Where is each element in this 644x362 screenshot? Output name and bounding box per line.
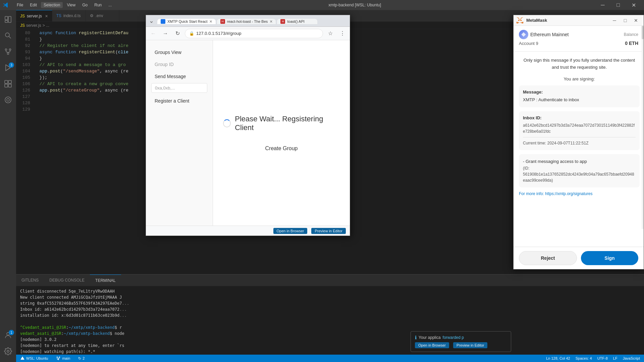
metamask-minimize-button[interactable]: ─: [609, 17, 620, 24]
metamask-reject-button[interactable]: Reject: [519, 251, 577, 265]
metamask-network: Ethereum Mainnet: [519, 30, 569, 39]
browser-forward-button[interactable]: →: [161, 29, 170, 38]
metamask-balance: 0 ETH: [625, 41, 638, 46]
svg-point-14: [5, 97, 11, 103]
svg-marker-30: [521, 32, 526, 37]
tab-label-server-js: server.js: [27, 14, 42, 18]
status-sync-icon: ↻: [78, 356, 81, 361]
menu-view[interactable]: View: [64, 2, 78, 8]
vscode-icon: [3, 2, 9, 8]
notification-open-browser[interactable]: Open in Browser: [415, 342, 449, 348]
sidebar-item-settings[interactable]: [0, 343, 16, 359]
metamask-scrollbar[interactable]: [642, 26, 644, 229]
status-encoding[interactable]: UTF-8: [596, 356, 609, 360]
panel-tab-debug-console[interactable]: DEBUG CONSOLE: [44, 275, 90, 286]
metamask-icon: [516, 17, 524, 24]
terminal-line: Client disconnected 5qe_7eL1tryVRwODAAH: [20, 288, 640, 294]
browser-nav: ← → ↻ 🔒 127.0.0.1:5173/#/group ☆ ⋮: [146, 27, 350, 40]
sidebar-addresses-input[interactable]: 0xa,0xb,...: [151, 83, 207, 93]
menu-go[interactable]: Go: [79, 2, 90, 8]
minimize-button[interactable]: ─: [595, 0, 610, 10]
browser-tab-hot-toast-close[interactable]: ×: [270, 19, 272, 24]
sidebar-item-explorer[interactable]: [0, 11, 16, 27]
browser-back-button[interactable]: ←: [149, 29, 158, 38]
browser-menu-button[interactable]: ⋮: [338, 29, 347, 38]
browser-tab-menu-btn[interactable]: ⌄: [146, 17, 157, 24]
preview-in-editor-button[interactable]: Preview in Editor: [311, 228, 346, 234]
terminal-line: [nodemon] to restart at any time, enter …: [20, 343, 640, 349]
sidebar-item-accounts[interactable]: 1: [0, 327, 16, 343]
notification-link[interactable]: forwarded p: [443, 335, 464, 340]
sidebar-register-client[interactable]: Register a Client: [151, 96, 207, 106]
browser-tab-toast-api[interactable]: H toast() API: [277, 19, 317, 24]
address-bar[interactable]: 🔒 127.0.0.1:5173/#/group: [185, 29, 323, 38]
metamask-scrollbar-thumb[interactable]: [642, 26, 644, 39]
sidebar-item-run[interactable]: 3: [0, 60, 16, 76]
svg-point-17: [7, 350, 9, 352]
status-spaces[interactable]: Spaces: 4: [574, 356, 593, 360]
tab-close-server-js[interactable]: ×: [44, 13, 49, 19]
sidebar-item-search[interactable]: [0, 27, 16, 44]
metamask-id-label: (ID:: [523, 165, 636, 171]
menu-file[interactable]: File: [14, 2, 26, 8]
menu-run[interactable]: Run: [92, 2, 104, 8]
svg-rect-13: [8, 84, 11, 87]
panel-tabs: GITLENS DEBUG CONSOLE TERMINAL: [16, 275, 644, 286]
metamask-header: Ethereum Mainnet Balance Account 9 0 ETH: [514, 26, 644, 52]
metamask-title-text: MetaMask: [526, 18, 547, 23]
status-ln-col[interactable]: Ln 128, Col 42: [545, 356, 572, 360]
svg-marker-25: [516, 22, 518, 23]
tab-server-js[interactable]: JS server.js ×: [16, 10, 52, 21]
sidebar-item-extensions[interactable]: [0, 76, 16, 92]
js-icon: JS: [20, 14, 25, 18]
tab-index-dts[interactable]: TS index.d.ts: [52, 10, 86, 21]
sidebar-groups-view[interactable]: Groups View: [151, 47, 207, 58]
status-branch[interactable]: main: [55, 356, 71, 361]
panel-tab-terminal[interactable]: TERMINAL: [90, 275, 121, 286]
browser-tab-hot-toast[interactable]: H react-hot-toast - The Bes ×: [217, 19, 276, 24]
sidebar-item-scm[interactable]: [0, 44, 16, 60]
metamask-more-info[interactable]: For more info: https://xmtp.org/signatur…: [519, 191, 640, 196]
metamask-grant-label: - Grant messaging access to app: [523, 158, 636, 165]
panel-tab-gitlens[interactable]: GITLENS: [16, 275, 44, 286]
terminal-content[interactable]: Client disconnected 5qe_7eL1tryVRwODAAH …: [16, 286, 644, 355]
metamask-maximize-button[interactable]: □: [620, 17, 630, 24]
tab-env[interactable]: ⚙ .env: [86, 10, 119, 21]
metamask-titlebar: MetaMask ─ □ ✕: [514, 15, 644, 26]
menu-selection[interactable]: Selection: [41, 2, 63, 8]
browser-refresh-button[interactable]: ↻: [173, 29, 182, 38]
browser-bookmark-button[interactable]: ☆: [326, 29, 335, 38]
menu-edit[interactable]: Edit: [27, 2, 40, 8]
svg-point-18: [57, 357, 58, 357]
accounts-badge: 1: [9, 330, 14, 335]
metamask-network-row: Ethereum Mainnet Balance: [519, 30, 638, 39]
metamask-controls: ─ □ ✕: [609, 17, 641, 24]
browser-tab-toast-api-label: toast() API: [287, 19, 314, 23]
sidebar-item-gitlens[interactable]: [0, 92, 16, 108]
titlebar-menu: File Edit Selection View Go Run ...: [14, 2, 114, 8]
status-line-ending[interactable]: LF: [612, 356, 619, 360]
status-sync[interactable]: ↻ 2: [77, 356, 86, 361]
menu-more[interactable]: ...: [106, 2, 114, 8]
metamask-close-button[interactable]: ✕: [631, 17, 641, 24]
sidebar-send-message[interactable]: Send Message: [151, 71, 207, 82]
svg-marker-24: [521, 22, 523, 23]
titlebar: File Edit Selection View Go Run ... xmtp…: [0, 0, 644, 10]
sidebar-group-id[interactable]: Group ID: [151, 59, 207, 70]
open-in-browser-button[interactable]: Open in Browser: [273, 228, 308, 234]
metamask-you-signing: You are signing:: [519, 76, 640, 81]
maximize-button[interactable]: □: [610, 0, 626, 10]
create-group-button[interactable]: Create Group: [265, 145, 298, 152]
svg-marker-22: [520, 17, 523, 19]
svg-marker-29: [521, 22, 522, 23]
metamask-inbox-id-label: Inbox ID:: [523, 115, 636, 120]
browser-tab-xmtp-close[interactable]: ×: [210, 19, 212, 24]
browser-tab-xmtp[interactable]: XMTP Quick Start React ×: [157, 19, 216, 24]
status-wsl[interactable]: WSL: Ubuntu: [19, 356, 49, 361]
status-language[interactable]: JavaScript: [622, 356, 641, 360]
notification-preview-editor[interactable]: Preview in Editor: [453, 342, 488, 348]
close-button[interactable]: ✕: [626, 0, 641, 10]
browser-window: ⌄ XMTP Quick Start React × H react-hot-t…: [146, 15, 350, 236]
status-wsl-label: WSL: Ubuntu: [26, 356, 48, 360]
metamask-sign-button[interactable]: Sign: [581, 251, 638, 265]
